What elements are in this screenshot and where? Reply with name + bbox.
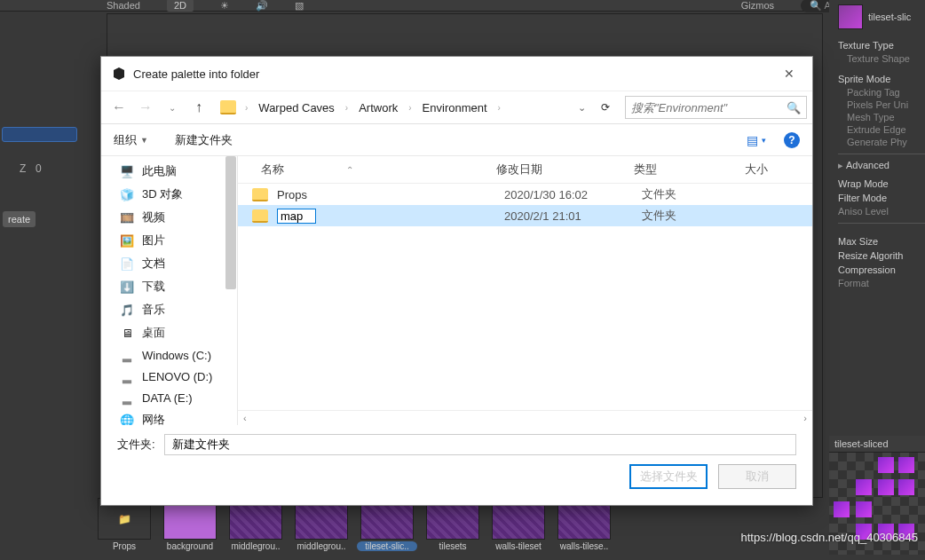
asset-item[interactable]: walls-tileset bbox=[488, 498, 549, 560]
chevron-right-icon[interactable]: › bbox=[342, 103, 352, 113]
texture-type-label[interactable]: Texture Type bbox=[838, 38, 925, 52]
cancel-button[interactable]: 取消 bbox=[718, 464, 796, 489]
asset-item[interactable]: background bbox=[160, 498, 220, 560]
inspector-panel: tileset-slic Texture Type Texture Shape … bbox=[829, 0, 925, 436]
sidebar-item[interactable]: 🌐网络 bbox=[101, 408, 237, 425]
asset-name: background bbox=[160, 541, 220, 551]
sidebar-item[interactable]: ▂LENOVO (D:) bbox=[101, 366, 237, 387]
select-folder-button[interactable]: 选择文件夹 bbox=[629, 464, 708, 489]
sidebar-item[interactable]: 🖥桌面 bbox=[101, 321, 237, 344]
breadcrumb-dropdown-icon[interactable]: ⌄ bbox=[571, 102, 593, 114]
close-button[interactable]: ✕ bbox=[777, 61, 802, 86]
sidebar-item[interactable]: 🎵音乐 bbox=[101, 298, 237, 321]
sidebar-item[interactable]: 🖼️图片 bbox=[101, 229, 237, 252]
unity-left-panel: Z 0 reate bbox=[0, 12, 107, 560]
folder-icon bbox=[252, 188, 268, 201]
selected-field[interactable] bbox=[2, 127, 77, 142]
asset-item[interactable]: tileset-slic.. bbox=[357, 498, 417, 560]
unity-toolbar: Shaded 2D ☀ 🔊 ▧ Gizmos 🔍 All bbox=[0, 0, 925, 12]
breadcrumb[interactable]: › Warped Caves › Artwork › Environment ›… bbox=[217, 98, 593, 118]
sidebar-item[interactable]: ▂DATA (E:) bbox=[101, 387, 237, 408]
col-name[interactable]: 名称⌃ bbox=[252, 162, 496, 177]
folder-name-input[interactable] bbox=[164, 434, 796, 455]
rename-input[interactable] bbox=[277, 209, 316, 224]
sidebar-item-label: 3D 对象 bbox=[142, 186, 183, 202]
sidebar-item[interactable]: ▂Windows (C:) bbox=[101, 344, 237, 366]
breadcrumb-item[interactable]: Artwork bbox=[353, 98, 403, 118]
nav-up-icon[interactable]: ↑ bbox=[186, 95, 211, 120]
packing-tag[interactable]: Packing Tag bbox=[838, 86, 925, 99]
col-type[interactable]: 类型 bbox=[634, 162, 745, 177]
create-button[interactable]: reate bbox=[3, 211, 36, 227]
sprite-mode-label[interactable]: Sprite Mode bbox=[838, 72, 925, 86]
mode-2d-toggle[interactable]: 2D bbox=[167, 0, 194, 12]
max-size[interactable]: Max Size bbox=[838, 234, 925, 248]
wrap-mode[interactable]: Wrap Mode bbox=[838, 177, 925, 191]
asset-item[interactable]: 📁Props bbox=[94, 498, 154, 560]
fx-icon[interactable]: ▧ bbox=[295, 0, 304, 12]
search-input[interactable] bbox=[631, 101, 787, 114]
extrude-edges[interactable]: Extrude Edge bbox=[838, 123, 925, 136]
organize-menu[interactable]: 组织 ▼ bbox=[114, 132, 148, 148]
scrollbar-thumb[interactable] bbox=[225, 156, 236, 289]
sidebar-item-label: 此电脑 bbox=[142, 163, 177, 179]
file-list: 名称⌃ 修改日期 类型 大小 Props2020/1/30 16:02文件夹20… bbox=[238, 156, 812, 425]
breadcrumb-item[interactable]: Warped Caves bbox=[253, 98, 340, 118]
sidebar-item[interactable]: 🖥️此电脑 bbox=[101, 160, 237, 183]
file-row[interactable]: Props2020/1/30 16:02文件夹 bbox=[238, 184, 812, 205]
generate-physics[interactable]: Generate Phy bbox=[838, 136, 925, 148]
shading-mode[interactable]: Shaded bbox=[107, 0, 140, 11]
asset-item[interactable]: tilesets bbox=[423, 498, 483, 560]
horizontal-scrollbar[interactable]: ‹ › bbox=[238, 410, 812, 425]
scroll-left-icon[interactable]: ‹ bbox=[243, 413, 247, 423]
resize-algorithm[interactable]: Resize Algorith bbox=[838, 248, 925, 263]
chevron-right-icon[interactable]: › bbox=[405, 103, 415, 113]
view-mode-button[interactable]: ▤ ▾ bbox=[747, 133, 766, 147]
search-box[interactable]: 🔍 bbox=[625, 96, 807, 119]
nav-back-icon[interactable]: ← bbox=[107, 95, 131, 120]
asset-item[interactable]: middlegrou.. bbox=[291, 498, 352, 560]
file-row[interactable]: 2020/2/1 21:01文件夹 bbox=[238, 205, 812, 226]
asset-title: tileset-slic bbox=[868, 12, 911, 22]
asset-browser: 📁Propsbackgroundmiddlegrou..middlegrou..… bbox=[89, 498, 818, 560]
asset-name: Props bbox=[94, 541, 154, 551]
sidebar-item[interactable]: 🎞️视频 bbox=[101, 206, 237, 229]
pixels-per-unit[interactable]: Pixels Per Uni bbox=[838, 99, 925, 111]
col-date[interactable]: 修改日期 bbox=[496, 162, 634, 177]
advanced-section[interactable]: Advanced bbox=[846, 160, 889, 170]
gizmos-dropdown[interactable]: Gizmos bbox=[741, 0, 774, 11]
expand-icon[interactable]: ▸ bbox=[838, 160, 843, 170]
sidebar-item[interactable]: ⬇️下载 bbox=[101, 275, 237, 298]
col-size[interactable]: 大小 bbox=[745, 162, 798, 177]
folder-icon bbox=[252, 209, 268, 223]
compression[interactable]: Compression bbox=[838, 263, 925, 277]
nav-recent-icon[interactable]: ⌄ bbox=[160, 95, 185, 120]
light-icon[interactable]: ☀ bbox=[220, 0, 229, 12]
chevron-right-icon[interactable]: › bbox=[241, 103, 251, 113]
folder-icon bbox=[220, 100, 236, 114]
refresh-icon[interactable]: ⟳ bbox=[595, 97, 616, 118]
mesh-type[interactable]: Mesh Type bbox=[838, 111, 925, 123]
dropdown-icon: ▾ bbox=[762, 136, 766, 145]
asset-item[interactable]: walls-tilese.. bbox=[554, 498, 614, 560]
sidebar-item[interactable]: 🧊3D 对象 bbox=[101, 183, 237, 206]
filter-mode[interactable]: Filter Mode bbox=[838, 191, 925, 205]
file-date: 2020/2/1 21:01 bbox=[504, 209, 642, 223]
location-icon: 🎵 bbox=[119, 303, 135, 317]
sort-icon: ⌃ bbox=[346, 165, 353, 175]
scroll-right-icon[interactable]: › bbox=[803, 413, 807, 423]
chevron-right-icon[interactable]: › bbox=[494, 103, 504, 113]
drive-icon: ▂ bbox=[119, 390, 135, 405]
asset-name: tilesets bbox=[423, 541, 483, 551]
search-icon[interactable]: 🔍 bbox=[787, 101, 801, 114]
z-value[interactable]: 0 bbox=[36, 162, 42, 175]
asset-item[interactable]: middlegrou.. bbox=[225, 498, 286, 560]
sidebar-item[interactable]: 📄文档 bbox=[101, 252, 237, 275]
dialog-title: Create palette into folder bbox=[133, 67, 777, 81]
folder-picker-dialog: Create palette into folder ✕ ← → ⌄ ↑ › W… bbox=[100, 56, 813, 506]
help-icon[interactable]: ? bbox=[784, 132, 800, 148]
breadcrumb-item[interactable]: Environment bbox=[417, 98, 493, 118]
new-folder-button[interactable]: 新建文件夹 bbox=[175, 132, 233, 148]
nav-forward-icon: → bbox=[133, 95, 158, 120]
audio-icon[interactable]: 🔊 bbox=[256, 0, 268, 12]
